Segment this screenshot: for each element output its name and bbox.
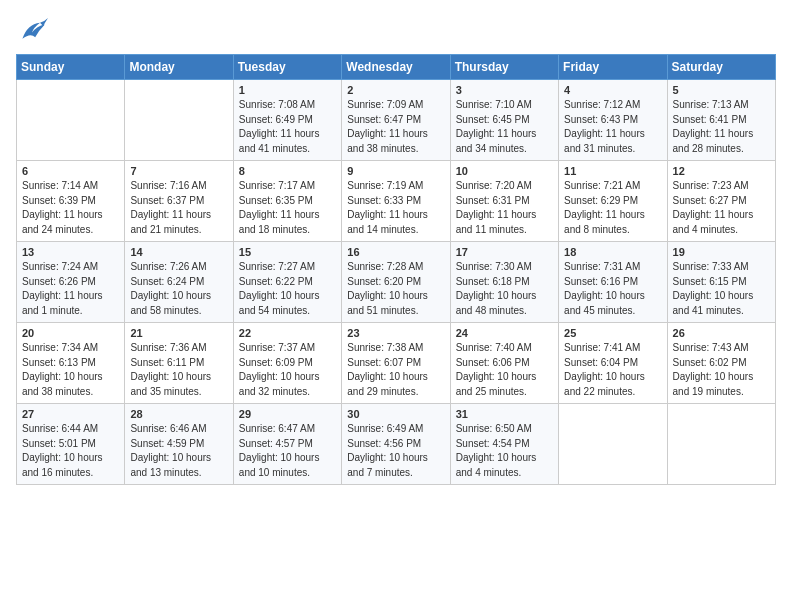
day-info: Sunrise: 7:14 AMSunset: 6:39 PMDaylight:… <box>22 179 119 237</box>
calendar-cell: 29Sunrise: 6:47 AMSunset: 4:57 PMDayligh… <box>233 404 341 485</box>
calendar-cell: 15Sunrise: 7:27 AMSunset: 6:22 PMDayligh… <box>233 242 341 323</box>
day-number: 26 <box>673 327 770 339</box>
calendar-cell: 21Sunrise: 7:36 AMSunset: 6:11 PMDayligh… <box>125 323 233 404</box>
calendar-cell: 25Sunrise: 7:41 AMSunset: 6:04 PMDayligh… <box>559 323 667 404</box>
day-info: Sunrise: 7:17 AMSunset: 6:35 PMDaylight:… <box>239 179 336 237</box>
calendar-cell: 22Sunrise: 7:37 AMSunset: 6:09 PMDayligh… <box>233 323 341 404</box>
calendar-cell: 13Sunrise: 7:24 AMSunset: 6:26 PMDayligh… <box>17 242 125 323</box>
calendar-cell: 28Sunrise: 6:46 AMSunset: 4:59 PMDayligh… <box>125 404 233 485</box>
calendar-cell: 6Sunrise: 7:14 AMSunset: 6:39 PMDaylight… <box>17 161 125 242</box>
calendar-cell: 31Sunrise: 6:50 AMSunset: 4:54 PMDayligh… <box>450 404 558 485</box>
calendar-cell: 8Sunrise: 7:17 AMSunset: 6:35 PMDaylight… <box>233 161 341 242</box>
day-info: Sunrise: 7:31 AMSunset: 6:16 PMDaylight:… <box>564 260 661 318</box>
day-number: 31 <box>456 408 553 420</box>
day-info: Sunrise: 7:20 AMSunset: 6:31 PMDaylight:… <box>456 179 553 237</box>
day-info: Sunrise: 7:23 AMSunset: 6:27 PMDaylight:… <box>673 179 770 237</box>
day-info: Sunrise: 6:50 AMSunset: 4:54 PMDaylight:… <box>456 422 553 480</box>
day-number: 12 <box>673 165 770 177</box>
calendar-table: SundayMondayTuesdayWednesdayThursdayFrid… <box>16 54 776 485</box>
day-number: 4 <box>564 84 661 96</box>
day-number: 28 <box>130 408 227 420</box>
day-number: 5 <box>673 84 770 96</box>
day-header-thursday: Thursday <box>450 55 558 80</box>
day-number: 15 <box>239 246 336 258</box>
day-info: Sunrise: 7:16 AMSunset: 6:37 PMDaylight:… <box>130 179 227 237</box>
calendar-cell: 16Sunrise: 7:28 AMSunset: 6:20 PMDayligh… <box>342 242 450 323</box>
calendar-week-2: 6Sunrise: 7:14 AMSunset: 6:39 PMDaylight… <box>17 161 776 242</box>
calendar-cell: 30Sunrise: 6:49 AMSunset: 4:56 PMDayligh… <box>342 404 450 485</box>
day-number: 6 <box>22 165 119 177</box>
day-number: 29 <box>239 408 336 420</box>
calendar-cell: 20Sunrise: 7:34 AMSunset: 6:13 PMDayligh… <box>17 323 125 404</box>
calendar-week-3: 13Sunrise: 7:24 AMSunset: 6:26 PMDayligh… <box>17 242 776 323</box>
calendar-cell: 1Sunrise: 7:08 AMSunset: 6:49 PMDaylight… <box>233 80 341 161</box>
day-header-friday: Friday <box>559 55 667 80</box>
logo <box>16 16 52 44</box>
calendar-cell: 23Sunrise: 7:38 AMSunset: 6:07 PMDayligh… <box>342 323 450 404</box>
calendar-cell <box>667 404 775 485</box>
day-info: Sunrise: 6:46 AMSunset: 4:59 PMDaylight:… <box>130 422 227 480</box>
day-header-monday: Monday <box>125 55 233 80</box>
day-number: 23 <box>347 327 444 339</box>
calendar-cell: 7Sunrise: 7:16 AMSunset: 6:37 PMDaylight… <box>125 161 233 242</box>
day-info: Sunrise: 6:44 AMSunset: 5:01 PMDaylight:… <box>22 422 119 480</box>
day-number: 14 <box>130 246 227 258</box>
day-number: 1 <box>239 84 336 96</box>
logo-icon <box>16 16 48 44</box>
day-number: 7 <box>130 165 227 177</box>
day-info: Sunrise: 6:47 AMSunset: 4:57 PMDaylight:… <box>239 422 336 480</box>
page-header <box>16 16 776 44</box>
day-info: Sunrise: 7:24 AMSunset: 6:26 PMDaylight:… <box>22 260 119 318</box>
calendar-cell <box>559 404 667 485</box>
calendar-week-4: 20Sunrise: 7:34 AMSunset: 6:13 PMDayligh… <box>17 323 776 404</box>
day-header-saturday: Saturday <box>667 55 775 80</box>
day-number: 30 <box>347 408 444 420</box>
calendar-cell: 3Sunrise: 7:10 AMSunset: 6:45 PMDaylight… <box>450 80 558 161</box>
calendar-week-1: 1Sunrise: 7:08 AMSunset: 6:49 PMDaylight… <box>17 80 776 161</box>
day-number: 24 <box>456 327 553 339</box>
day-number: 22 <box>239 327 336 339</box>
day-info: Sunrise: 6:49 AMSunset: 4:56 PMDaylight:… <box>347 422 444 480</box>
calendar-cell <box>17 80 125 161</box>
day-info: Sunrise: 7:28 AMSunset: 6:20 PMDaylight:… <box>347 260 444 318</box>
calendar-cell: 24Sunrise: 7:40 AMSunset: 6:06 PMDayligh… <box>450 323 558 404</box>
calendar-cell: 10Sunrise: 7:20 AMSunset: 6:31 PMDayligh… <box>450 161 558 242</box>
day-number: 18 <box>564 246 661 258</box>
day-number: 10 <box>456 165 553 177</box>
day-info: Sunrise: 7:19 AMSunset: 6:33 PMDaylight:… <box>347 179 444 237</box>
calendar-week-5: 27Sunrise: 6:44 AMSunset: 5:01 PMDayligh… <box>17 404 776 485</box>
calendar-cell: 9Sunrise: 7:19 AMSunset: 6:33 PMDaylight… <box>342 161 450 242</box>
day-info: Sunrise: 7:38 AMSunset: 6:07 PMDaylight:… <box>347 341 444 399</box>
calendar-cell: 2Sunrise: 7:09 AMSunset: 6:47 PMDaylight… <box>342 80 450 161</box>
day-header-tuesday: Tuesday <box>233 55 341 80</box>
day-number: 11 <box>564 165 661 177</box>
day-info: Sunrise: 7:21 AMSunset: 6:29 PMDaylight:… <box>564 179 661 237</box>
calendar-cell: 18Sunrise: 7:31 AMSunset: 6:16 PMDayligh… <box>559 242 667 323</box>
day-info: Sunrise: 7:26 AMSunset: 6:24 PMDaylight:… <box>130 260 227 318</box>
calendar-cell <box>125 80 233 161</box>
calendar-cell: 12Sunrise: 7:23 AMSunset: 6:27 PMDayligh… <box>667 161 775 242</box>
day-number: 3 <box>456 84 553 96</box>
day-number: 21 <box>130 327 227 339</box>
day-info: Sunrise: 7:37 AMSunset: 6:09 PMDaylight:… <box>239 341 336 399</box>
day-number: 16 <box>347 246 444 258</box>
day-info: Sunrise: 7:41 AMSunset: 6:04 PMDaylight:… <box>564 341 661 399</box>
day-number: 17 <box>456 246 553 258</box>
day-header-wednesday: Wednesday <box>342 55 450 80</box>
day-info: Sunrise: 7:08 AMSunset: 6:49 PMDaylight:… <box>239 98 336 156</box>
day-number: 25 <box>564 327 661 339</box>
calendar-cell: 19Sunrise: 7:33 AMSunset: 6:15 PMDayligh… <box>667 242 775 323</box>
calendar-cell: 5Sunrise: 7:13 AMSunset: 6:41 PMDaylight… <box>667 80 775 161</box>
day-number: 2 <box>347 84 444 96</box>
day-number: 8 <box>239 165 336 177</box>
day-info: Sunrise: 7:13 AMSunset: 6:41 PMDaylight:… <box>673 98 770 156</box>
day-number: 27 <box>22 408 119 420</box>
calendar-cell: 14Sunrise: 7:26 AMSunset: 6:24 PMDayligh… <box>125 242 233 323</box>
calendar-cell: 4Sunrise: 7:12 AMSunset: 6:43 PMDaylight… <box>559 80 667 161</box>
day-number: 9 <box>347 165 444 177</box>
day-number: 13 <box>22 246 119 258</box>
day-info: Sunrise: 7:33 AMSunset: 6:15 PMDaylight:… <box>673 260 770 318</box>
day-info: Sunrise: 7:30 AMSunset: 6:18 PMDaylight:… <box>456 260 553 318</box>
day-info: Sunrise: 7:12 AMSunset: 6:43 PMDaylight:… <box>564 98 661 156</box>
day-info: Sunrise: 7:27 AMSunset: 6:22 PMDaylight:… <box>239 260 336 318</box>
